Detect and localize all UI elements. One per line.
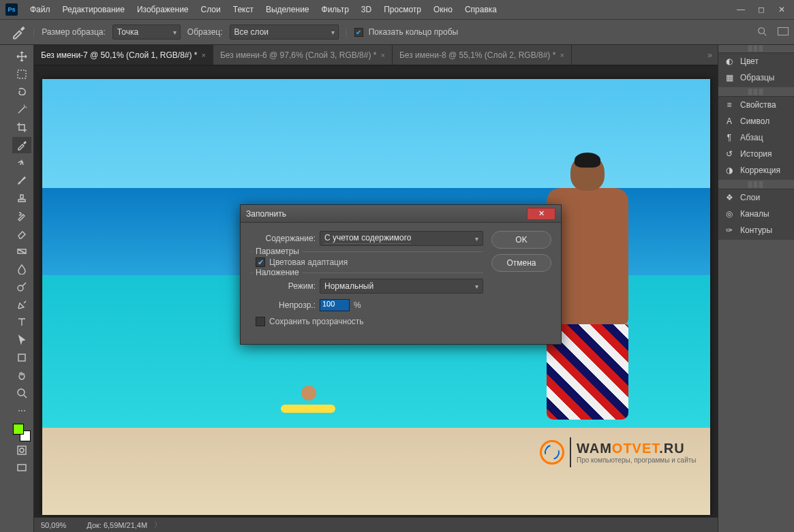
dialog-close-button[interactable]: ✕ <box>527 208 555 220</box>
svg-point-3 <box>18 285 23 291</box>
eyedropper-tool-icon[interactable] <box>12 137 31 153</box>
gradient-tool-icon[interactable] <box>12 243 31 260</box>
document-tab-3[interactable]: Без имени-8 @ 55,1% (Слой 2, RGB/8#) * × <box>393 45 572 65</box>
menu-help[interactable]: Справка <box>459 2 502 17</box>
workspace-switcher-icon[interactable] <box>778 27 789 37</box>
close-tab-icon[interactable]: × <box>202 51 206 59</box>
menu-layers[interactable]: Слои <box>196 2 226 17</box>
marquee-tool-icon[interactable] <box>12 66 31 82</box>
blend-fieldset: Наложение Режим: Нормальный Непрозр.: 10… <box>250 272 483 326</box>
more-tools-icon[interactable]: ⋯ <box>12 403 31 419</box>
tabs-overflow-icon[interactable]: » <box>702 45 718 65</box>
sample-label: Образец: <box>187 27 223 37</box>
history-brush-tool-icon[interactable] <box>12 208 31 224</box>
menu-text[interactable]: Текст <box>228 2 259 17</box>
hand-tool-icon[interactable] <box>12 367 31 384</box>
color-adapt-label: Цветовая адаптация <box>269 257 348 267</box>
paragraph-icon: ¶ <box>724 133 735 142</box>
menu-filter[interactable]: Фильтр <box>316 2 354 17</box>
panel-paths[interactable]: ✑Контуры <box>718 222 794 238</box>
panel-grip-icon[interactable]: ▓▓▓ <box>718 45 794 53</box>
eraser-tool-icon[interactable] <box>12 225 31 242</box>
color-swatches[interactable] <box>13 424 31 441</box>
menu-window[interactable]: Окно <box>428 2 458 17</box>
left-gutter <box>0 45 10 532</box>
cancel-button[interactable]: Отмена <box>491 254 551 272</box>
foreground-color-swatch[interactable] <box>13 424 24 435</box>
current-tool-icon[interactable] <box>11 25 26 40</box>
menu-edit[interactable]: Редактирование <box>57 2 130 17</box>
ok-button[interactable]: OK <box>491 231 551 249</box>
panel-history[interactable]: ↺История <box>718 146 794 162</box>
wand-tool-icon[interactable] <box>12 101 31 118</box>
show-ring-checkbox[interactable]: ✔ Показать кольцо пробы <box>354 27 458 37</box>
panel-grip-icon[interactable]: ▓▓▓ <box>718 181 794 189</box>
layers-icon: ❖ <box>724 193 735 202</box>
pen-tool-icon[interactable] <box>12 296 31 313</box>
menu-bar: Ps Файл Редактирование Изображение Слои … <box>0 0 794 19</box>
opacity-input[interactable]: 100 <box>320 299 350 311</box>
blend-legend: Наложение <box>253 268 302 277</box>
menu-select[interactable]: Выделение <box>260 2 315 17</box>
type-tool-icon[interactable] <box>12 314 31 330</box>
window-minimize-icon[interactable]: — <box>731 3 750 16</box>
panel-layers[interactable]: ❖Слои <box>718 189 794 206</box>
close-tab-icon[interactable]: × <box>380 51 384 59</box>
panel-channels[interactable]: ◎Каналы <box>718 206 794 222</box>
zoom-level[interactable]: 50,09% <box>41 521 66 529</box>
panel-swatches[interactable]: ▦Образцы <box>718 69 794 86</box>
content-select[interactable]: С учетом содержимого <box>320 231 483 246</box>
svg-rect-6 <box>18 446 26 454</box>
doc-size[interactable]: Док: 6,59M/21,4M <box>87 521 147 529</box>
panel-adjustments[interactable]: ◑Коррекция <box>718 162 794 178</box>
color-adapt-checkbox[interactable]: ✔ <box>256 257 265 267</box>
move-tool-icon[interactable] <box>12 48 31 65</box>
shape-tool-icon[interactable] <box>12 349 31 366</box>
heal-tool-icon[interactable] <box>12 155 31 171</box>
svg-rect-1 <box>18 70 26 78</box>
document-tab-2[interactable]: Без имени-6 @ 97,6% (Слой 3, RGB/8#) * × <box>213 45 393 65</box>
close-tab-icon[interactable]: × <box>560 51 564 59</box>
dodge-tool-icon[interactable] <box>12 279 31 295</box>
mode-select[interactable]: Нормальный <box>320 279 483 294</box>
panel-properties[interactable]: ≡Свойства <box>718 97 794 113</box>
stamp-tool-icon[interactable] <box>12 190 31 206</box>
panel-character[interactable]: AСимвол <box>718 113 794 129</box>
svg-rect-4 <box>18 354 25 361</box>
options-bar: | Размер образца: Точка Образец: Все сло… <box>0 19 794 45</box>
dialog-titlebar[interactable]: Заполнить ✕ <box>241 205 561 223</box>
preserve-transparency-checkbox[interactable] <box>256 317 265 326</box>
window-close-icon[interactable]: ✕ <box>772 3 791 16</box>
history-icon: ↺ <box>724 149 735 159</box>
quickmask-icon[interactable] <box>12 442 31 458</box>
swatches-icon: ▦ <box>724 73 735 82</box>
sample-size-select[interactable]: Точка <box>112 25 181 40</box>
panel-grip-icon[interactable]: ▓▓▓ <box>718 89 794 97</box>
screen-mode-icon[interactable] <box>12 460 31 476</box>
search-icon[interactable] <box>757 27 767 38</box>
menu-file[interactable]: Файл <box>25 2 56 17</box>
window-maximize-icon[interactable]: ◻ <box>752 3 771 16</box>
path-select-tool-icon[interactable] <box>12 332 31 348</box>
menu-view[interactable]: Просмотр <box>378 2 427 17</box>
menu-3d[interactable]: 3D <box>356 2 377 17</box>
panel-paragraph[interactable]: ¶Абзац <box>718 129 794 146</box>
opacity-label: Непрозр.: <box>250 300 316 310</box>
lasso-tool-icon[interactable] <box>12 84 31 100</box>
svg-point-5 <box>18 389 25 396</box>
zoom-tool-icon[interactable] <box>12 385 31 401</box>
document-tab-1[interactable]: Без имени-7 @ 50,1% (Слой 1, RGB/8#) * × <box>34 45 213 65</box>
panel-color[interactable]: ◐Цвет <box>718 53 794 69</box>
watermark-logo-icon <box>540 440 564 465</box>
right-panels: ▓▓▓ ◐Цвет ▦Образцы ▓▓▓ ≡Свойства AСимвол… <box>718 45 794 532</box>
sliders-icon: ≡ <box>724 100 735 110</box>
brush-tool-icon[interactable] <box>12 172 31 189</box>
crop-tool-icon[interactable] <box>12 119 31 136</box>
mode-label: Режим: <box>250 281 316 291</box>
status-chevron-icon[interactable]: 〉 <box>154 520 162 530</box>
tools-panel: ⋯ <box>10 45 34 532</box>
menu-image[interactable]: Изображение <box>132 2 194 17</box>
sample-select[interactable]: Все слои <box>230 25 339 40</box>
color-wheel-icon: ◐ <box>724 57 735 66</box>
blur-tool-icon[interactable] <box>12 261 31 277</box>
